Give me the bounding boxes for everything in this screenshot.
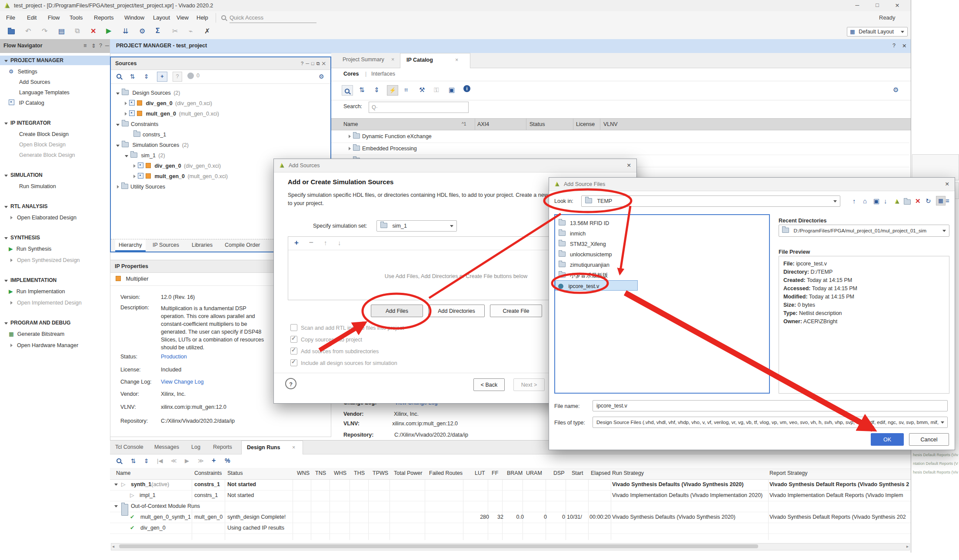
dialog-close-icon[interactable]: ✕ — [627, 159, 631, 172]
wrench-icon[interactable]: ⚒ — [419, 86, 425, 94]
dialog-close-icon[interactable]: ✕ — [945, 178, 949, 191]
home-icon[interactable]: ⌂ — [863, 197, 867, 205]
menu-tools[interactable]: Tools — [70, 14, 83, 21]
sidebar-item-settings[interactable]: ⚙ Settings — [0, 67, 110, 76]
catalog-search-input[interactable]: Q· — [369, 102, 469, 113]
ok-button[interactable]: OK — [871, 433, 904, 446]
tab-hierarchy[interactable]: Hierarchy — [115, 239, 146, 252]
create-run-plus-icon[interactable]: + — [212, 457, 216, 464]
save-icon[interactable]: ▤ — [58, 27, 65, 35]
desktop-icon[interactable]: ▣ — [873, 197, 879, 205]
panel-controls[interactable]: ? ─ □ ⧉ ✕ — [301, 57, 326, 70]
catalog-table-header[interactable]: Name ^1 AXI4 Status License VLNV — [331, 118, 911, 130]
expand-all-icon[interactable]: ⇕ — [144, 73, 149, 80]
catalog-row-embedded[interactable]: Embedded Processing — [331, 142, 909, 155]
maximize-button[interactable]: □ — [869, 2, 886, 8]
tab-log[interactable]: Log — [191, 441, 200, 454]
include-design-sources-checkbox[interactable]: Include all design sources for simulatio… — [290, 359, 397, 366]
tree-constrs1[interactable]: constrs_1 — [111, 129, 329, 140]
band-close-icon[interactable]: ✕ — [902, 43, 906, 49]
sidebar-item-run-simulation[interactable]: Run Simulation — [0, 182, 110, 191]
menu-flow[interactable]: Flow — [48, 14, 60, 21]
catalog-search-icon[interactable] — [342, 85, 353, 96]
list-item[interactable]: 小梦音乐最新版 — [555, 270, 769, 280]
band-help-icon[interactable]: ? — [892, 43, 896, 49]
back-button[interactable]: < Back — [473, 378, 505, 391]
tree-div-gen[interactable]: div_gen_0 (div_gen_0.xci) — [111, 98, 329, 109]
minimize-button[interactable]: ─ — [849, 2, 866, 8]
copy-icon[interactable]: ⧉ — [75, 27, 80, 35]
add-source-files-titlebar[interactable]: Add Source Files ✕ — [549, 178, 955, 191]
tab-reports[interactable]: Reports — [213, 441, 232, 454]
undo-icon[interactable]: ↶ — [25, 27, 31, 35]
sidebar-item-generate-bitstream[interactable]: ▦Generate Bitstream — [0, 329, 110, 339]
refresh-icon[interactable]: ↻ — [926, 197, 931, 205]
horizontal-scrollbar[interactable]: ◂ ▸ — [111, 543, 910, 550]
sidebar-section-program-debug[interactable]: PROGRAM AND DEBUG — [0, 318, 110, 328]
tree-mult-gen[interactable]: mult_gen_0 (mult_gen_0.xci) — [111, 109, 329, 119]
look-in-select[interactable]: TEMP — [581, 196, 840, 207]
run-row-impl1[interactable]: ▷ impl_1 constrs_1 Not started Vivado Im… — [110, 490, 911, 501]
settings-gear-icon[interactable]: ⚙ — [139, 27, 145, 35]
list-item[interactable]: 13.56M RFID ID — [555, 218, 769, 228]
run-row-ooc-group[interactable]: Out-of-Context Module Runs — [110, 501, 911, 512]
add-sources-plus-icon[interactable]: + — [157, 72, 167, 82]
downloads-icon[interactable]: ↓ — [884, 197, 887, 205]
quick-access-input[interactable]: Quick Access — [230, 13, 316, 23]
sidebar-item-open-hardware-manager[interactable]: Open Hardware Manager — [0, 341, 110, 350]
flow-nav-minimize-icon[interactable]: ─ — [105, 43, 109, 49]
collapse-all-icon[interactable]: ⇅ — [359, 86, 365, 94]
step-icon[interactable]: ⇊ — [123, 27, 128, 35]
list-item[interactable]: zimutiquruanjian — [555, 259, 769, 270]
run-row-div-gen[interactable]: ✔ div_gen_0 Using cached IP results — [110, 523, 911, 534]
search-icon[interactable] — [116, 458, 123, 464]
menu-help[interactable]: Help — [196, 14, 208, 21]
catalog-row-dfx[interactable]: Dynamic Function eXchange — [331, 130, 909, 143]
sidebar-item-create-block-design[interactable]: Create Block Design — [0, 129, 110, 139]
menu-file[interactable]: File — [6, 14, 15, 21]
tab-ip-sources[interactable]: IP Sources — [153, 239, 179, 251]
subtab-cores[interactable]: Cores — [343, 71, 359, 77]
help-button[interactable]: ? — [285, 378, 296, 389]
info-icon[interactable]: i — [463, 85, 470, 92]
add-sources-titlebar[interactable]: Add Sources ✕ — [274, 159, 636, 172]
flow-nav-tools-icon[interactable]: ≡ — [83, 43, 87, 49]
sidebar-section-synthesis[interactable]: SYNTHESIS — [0, 233, 110, 242]
catalog-settings-gear-icon[interactable]: ⚙ — [893, 86, 899, 94]
grid-view-icon[interactable]: ▦ — [936, 196, 946, 205]
tab-messages[interactable]: Messages — [154, 441, 179, 454]
sum-icon[interactable]: Σ — [156, 27, 160, 35]
sidebar-item-run-implementation[interactable]: ▶Run Implementation — [0, 287, 110, 296]
run-row-synth1[interactable]: ▷ synth_1 (active) constrs_1 Not started… — [110, 479, 911, 490]
scan-rtl-checkbox[interactable]: Scan and add RTL include files into proj… — [290, 324, 404, 331]
file-name-input[interactable] — [593, 400, 948, 411]
sidebar-item-project-manager[interactable]: PROJECT MANAGER — [0, 56, 110, 65]
copy-sources-checkbox[interactable]: Copy sources into project — [290, 336, 362, 343]
layout-selector[interactable]: ▦ Default Layout — [847, 27, 908, 36]
wand-icon[interactable]: ✗ — [204, 27, 210, 35]
status-link[interactable]: Production — [161, 354, 187, 360]
menu-edit[interactable]: Edit — [27, 14, 37, 21]
tree-design-sources[interactable]: Design Sources (2) — [111, 88, 329, 98]
tab-close-icon[interactable]: × — [292, 441, 295, 454]
subtab-interfaces[interactable]: Interfaces — [371, 71, 395, 77]
run-row-mult-gen-synth[interactable]: ✔ mult_gen_0_synth_1 mult_gen_0 synth_de… — [110, 512, 911, 523]
delete-icon[interactable]: ✕ — [90, 27, 96, 35]
create-file-button[interactable]: Create File — [490, 305, 542, 317]
sidebar-item-add-sources[interactable]: Add Sources — [0, 77, 110, 87]
sidebar-section-rtl-analysis[interactable]: RTL ANALYSIS — [0, 202, 110, 211]
list-item[interactable]: STM32_Xifeng — [555, 239, 769, 249]
sidebar-section-ip-integrator[interactable]: IP INTEGRATOR — [0, 118, 110, 128]
add-files-button[interactable]: Add Files — [371, 305, 423, 317]
tab-libraries[interactable]: Libraries — [192, 239, 213, 251]
tab-tcl-console[interactable]: Tcl Console — [115, 441, 143, 454]
menu-window[interactable]: Window — [124, 14, 144, 21]
run-icon[interactable]: ▶ — [106, 27, 111, 35]
list-item[interactable]: unlockmusictemp — [555, 249, 769, 259]
menu-layout[interactable]: Layout — [153, 14, 170, 21]
group-by-icon[interactable]: ⌗ — [404, 86, 408, 94]
list-view-icon[interactable]: ≡ — [946, 197, 949, 204]
tab-design-runs[interactable]: Design Runs × — [241, 441, 303, 454]
delete-file-icon[interactable]: ✕ — [915, 197, 921, 205]
vivado-dir-icon[interactable] — [894, 199, 900, 204]
